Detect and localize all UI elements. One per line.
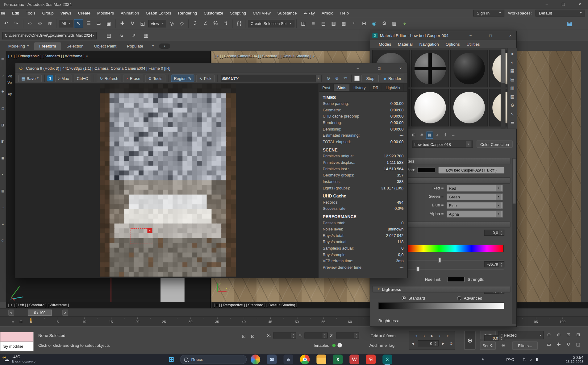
pick-button[interactable]: ↖Pick [196,74,214,82]
zoom-actual-icon[interactable]: 1:1 [342,75,349,81]
mat-menu-navigation[interactable]: Navigation [416,42,442,46]
left-dock-icon[interactable]: ◻ [0,105,6,112]
saturation-slider-handle[interactable] [438,258,441,263]
listener-macro-row[interactable] [0,332,33,342]
percent-snap-icon[interactable]: % [211,19,220,28]
menu-graph-editors[interactable]: Graph Editors [142,11,174,15]
go-to-start-icon[interactable]: « [413,333,419,339]
app-close-button[interactable]: × [572,0,588,9]
select-by-name-icon[interactable]: ☰ [84,19,93,28]
left-dock-icon[interactable]: ▦ [0,187,6,194]
map-button[interactable]: Low bed Casper-029 ( Falloff ) [438,167,504,174]
ribbon-toggle-icon[interactable]: ▦ [339,19,348,28]
max-taskbar-icon[interactable]: 3 [382,355,392,364]
key-mode-icon[interactable]: ⊙ [448,340,454,346]
background-icon[interactable]: ▦ [509,67,516,74]
radio-selected-icon[interactable] [402,296,406,300]
select-object-icon[interactable]: ↖ [74,19,83,28]
save-button[interactable]: ▦Save▾ [19,74,42,82]
render-image[interactable] [100,84,236,277]
spinner-arrows-icon[interactable]: ▲▼ [354,333,359,338]
backlight-icon[interactable]: ◐ [509,59,516,66]
isolate-selection-icon[interactable]: ⊡ [240,333,248,340]
coordinate-field-y[interactable]: ▲▼ [305,333,328,338]
menu-modifiers[interactable]: Modifiers [94,11,117,15]
open-project-folder-icon[interactable]: ▤ [104,31,114,40]
layer-explorer-icon[interactable]: ▥ [329,19,338,28]
vfb-titlebar[interactable]: ☺ Corona 9 (Hotfix 3) | 441×633px (1:1) … [15,63,407,73]
use-pivot-point-icon[interactable]: ◎ [167,19,176,28]
menu-rendering[interactable]: Rendering [175,11,201,15]
app-minimize-button[interactable]: − [539,0,555,9]
left-dock-icon[interactable]: ▱ [0,204,6,211]
zoom-extents-all-icon[interactable]: ⊞ [574,331,582,338]
export-file-icon[interactable]: ⇗ [129,31,138,40]
yandex-icon[interactable]: Я [366,355,376,364]
brightness-spinner[interactable]: 0,0▲▼ [484,335,504,341]
viewport-label[interactable]: [ + ] [ Corona Camera004 ] [ Standard ] … [215,54,315,58]
track-options-icon[interactable]: ⊞ [17,318,25,325]
excel-icon[interactable]: X [333,355,343,364]
viewport-filter-icon[interactable]: ▼ [312,55,315,58]
ribbon-config-caret-icon[interactable]: ▾ [152,44,154,48]
material-name-dropdown[interactable]: Low bed Casper-018 ▾ [412,141,473,148]
render-setup-icon[interactable]: ⚙ [380,19,389,28]
render-element-dropdown[interactable]: BEAUTY ▾ [220,74,323,82]
left-dock-icon[interactable]: ◧ [0,138,6,145]
vfb-tab-stats[interactable]: Stats [334,84,350,91]
menu-v-ray[interactable]: V-Ray [300,11,318,15]
scene-explorer-icon[interactable]: ▤ [319,19,328,28]
select-and-link-icon[interactable]: ∞ [25,19,34,28]
word-icon[interactable]: W [349,355,359,364]
zoom-out-icon[interactable]: ⊖ [325,75,332,81]
region-button[interactable]: Region✎ [171,74,194,82]
channel-dropdown-green[interactable]: Green▾ [447,193,503,200]
previous-frame-icon[interactable]: ‹ [421,333,427,339]
viewport-filter-icon[interactable]: ▼ [85,55,89,58]
ribbon-tab-modeling[interactable]: Modeling▾ [3,42,34,50]
curve-editor-icon[interactable]: ≈ [349,19,358,28]
mat-menu-utilities[interactable]: Utilities [463,42,483,46]
go-to-parent-icon[interactable]: ↥ [442,131,449,139]
next-frame-icon[interactable]: › [437,333,443,339]
viewport-label[interactable]: [ + ] [ Left ] [ Standard ] [ Wireframe … [8,303,69,307]
spinner-arrows-icon[interactable]: ▲▼ [499,230,504,235]
named-selection-sets-dropdown[interactable]: Create Selection Set▾ [248,20,294,27]
spinner-arrows-icon[interactable]: ▲▼ [433,341,438,346]
key-filters-button[interactable]: Filters... [512,342,538,350]
volume-icon[interactable]: ♪ [530,357,532,362]
reference-coordinate-dropdown[interactable]: View▾ [148,20,166,27]
archive-scene-icon[interactable]: ▦ [141,31,151,40]
show-end-result-icon[interactable]: ◐ [434,131,441,139]
tools-button[interactable]: ⚙Tools [145,74,165,82]
close-button[interactable]: × [507,32,514,39]
viewport-label[interactable]: [ + ] [ Perspective ] [ Standard ] [ Def… [214,303,297,307]
next-key-icon[interactable]: ▶ [440,340,447,346]
ribbon-tab-object-paint[interactable]: Object Paint [89,42,122,50]
spinner-snap-icon[interactable]: ⇅ [221,19,230,28]
go-to-end-icon[interactable]: » [444,333,451,339]
stop-button[interactable]: Stop [362,74,379,82]
hue-shift-spinner[interactable]: 0,0▲▼ [484,230,504,236]
zoom-in-icon[interactable]: ⊕ [334,75,340,81]
material-sample-slot[interactable] [450,50,488,87]
radio-icon[interactable] [457,296,461,300]
play-icon[interactable]: ▶ [429,333,435,339]
send-to-max-button[interactable]: > Max [55,74,72,82]
keyboard-override-icon[interactable]: { } [235,19,244,28]
menu-animation[interactable]: Animation [117,11,142,15]
set-key-button[interactable]: Set K. [480,342,496,350]
import-file-icon[interactable]: ⇘ [117,31,126,40]
sample-tiling-icon[interactable]: ▤ [509,76,516,83]
left-dock-icon[interactable]: ◌ [0,72,6,79]
selection-region-icon[interactable]: ▭ [94,19,103,28]
menu-customize[interactable]: Customize [200,11,227,15]
key-filters-icon[interactable]: ✳ [499,342,507,349]
app-maximize-button[interactable]: □ [555,0,571,9]
max-explorer-icon[interactable]: ▦ [565,19,574,28]
menu-views[interactable]: Views [57,11,75,15]
mail-icon[interactable]: ✉ [267,355,277,364]
video-color-check-icon[interactable]: ▥ [509,84,516,92]
battery-icon[interactable]: ▮ [536,357,538,362]
start-button[interactable]: ⊞ [166,355,176,364]
